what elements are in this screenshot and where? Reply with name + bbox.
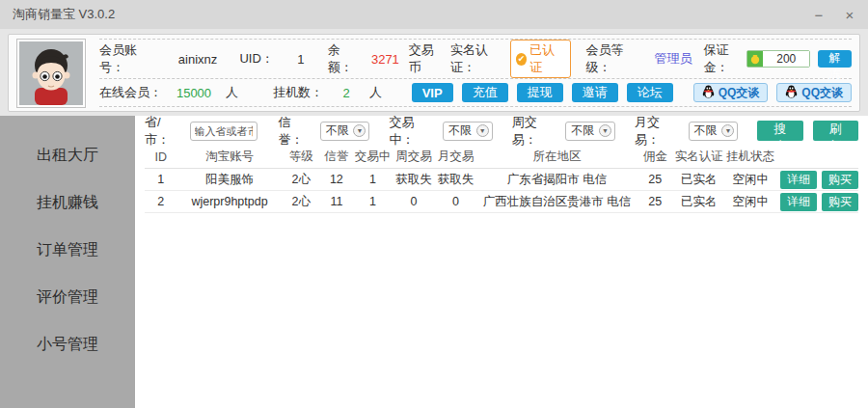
cell-commission: 25 xyxy=(637,173,674,186)
verified-badge: ✔ 已认证 xyxy=(510,40,571,78)
vip-button[interactable]: VIP xyxy=(412,83,453,102)
buy-button[interactable]: 购买 xyxy=(822,171,858,189)
level-label: 会员等级： xyxy=(586,41,643,76)
search-button[interactable]: 搜索 xyxy=(757,121,802,141)
minimize-icon[interactable]: − xyxy=(810,7,827,23)
table-row: 1 阳美服饰 2心 12 1 获取失 获取失 广东省揭阳市 电信 25 已实名 … xyxy=(145,169,858,191)
cell-level: 2心 xyxy=(282,172,320,188)
deposit-group xyxy=(746,50,810,68)
cell-verified: 已实名 xyxy=(673,194,724,210)
week-filter-label: 周交易： xyxy=(512,116,559,149)
sidebar-item-order-management[interactable]: 订单管理 xyxy=(0,226,135,273)
week-dropdown[interactable]: 不限 ▼ xyxy=(565,122,615,141)
app-window: 淘商销量宝 V3.0.2 − × xyxy=(0,0,868,408)
account-value: ainixnz xyxy=(156,52,240,67)
forum-button[interactable]: 论坛 xyxy=(627,83,673,102)
sidebar-item-hangup-earn[interactable]: 挂机赚钱 xyxy=(0,178,135,226)
cell-region: 广西壮族自治区贵港市 电信 xyxy=(476,194,637,210)
account-label: 会员账号： xyxy=(99,41,156,76)
cell-credit: 12 xyxy=(320,173,353,186)
month-filter-label: 月交易： xyxy=(635,116,682,149)
sidebar-item-rental-hall[interactable]: 出租大厅 xyxy=(0,131,135,178)
app-title: 淘商销量宝 V3.0.2 xyxy=(13,6,115,23)
cell-id: 1 xyxy=(145,173,177,186)
cell-trading: 1 xyxy=(353,173,393,186)
qq-chat-label: QQ交谈 xyxy=(719,85,760,101)
sidebar-item-review-management[interactable]: 评价管理 xyxy=(0,273,135,320)
cell-id: 2 xyxy=(145,195,177,208)
uid-label: UID： xyxy=(239,50,273,68)
chevron-down-icon: ▼ xyxy=(476,124,489,137)
detail-button[interactable]: 详细 xyxy=(780,171,817,189)
credit-filter-label: 信誉： xyxy=(279,116,314,149)
trading-filter-label: 交易中： xyxy=(389,116,436,149)
cell-trading: 1 xyxy=(353,195,393,208)
titlebar: 淘商销量宝 V3.0.2 − × xyxy=(0,0,868,29)
level-value: 管理员 xyxy=(642,50,703,68)
trading-dropdown[interactable]: 不限 ▼ xyxy=(443,122,493,141)
cell-status: 空闲中 xyxy=(725,172,776,188)
deposit-label: 保证金： xyxy=(704,41,744,76)
credit-dropdown[interactable]: 不限 ▼ xyxy=(320,122,370,141)
verify-label: 实名认证： xyxy=(450,41,506,76)
withdraw-button[interactable]: 提现 xyxy=(517,83,563,102)
sidebar: 出租大厅 挂机赚钱 订单管理 评价管理 小号管理 xyxy=(0,116,135,408)
unfreeze-button[interactable]: 解冻 xyxy=(818,50,852,68)
cell-commission: 25 xyxy=(637,195,674,208)
filter-bar: 省/市： 信誉： 不限 ▼ 交易中： 不限 ▼ 周交易： 不限 ▼ 月交易： xyxy=(135,116,868,146)
close-icon[interactable]: × xyxy=(841,7,858,23)
trading-dropdown-value: 不限 xyxy=(448,122,472,139)
buy-button[interactable]: 购买 xyxy=(822,193,858,211)
cell-account: 阳美服饰 xyxy=(177,172,283,188)
deposit-input[interactable] xyxy=(763,51,809,67)
col-header-level: 等级 xyxy=(282,149,320,165)
currency-label: 交易币 xyxy=(409,41,443,76)
col-header-id: ID xyxy=(145,150,177,164)
month-dropdown-value: 不限 xyxy=(694,122,718,139)
cell-month: 0 xyxy=(435,195,477,208)
cell-month: 获取失 xyxy=(435,172,477,188)
detail-button[interactable]: 详细 xyxy=(780,193,817,211)
money-icon xyxy=(747,51,763,67)
header-wrap: 会员账号： ainixnz UID： 1 余额： 3271 交易币 实名认证： … xyxy=(0,29,868,116)
online-members-value: 15000 xyxy=(162,86,226,100)
refresh-button[interactable]: 刷新 xyxy=(813,121,858,141)
balance-value: 3271 xyxy=(362,52,409,67)
hangup-count-value: 2 xyxy=(323,86,369,100)
cell-account: wjerpr9hptpdp xyxy=(177,195,283,208)
content-area: 省/市： 信誉： 不限 ▼ 交易中： 不限 ▼ 周交易： 不限 ▼ 月交易： xyxy=(135,116,868,408)
province-filter-label: 省/市： xyxy=(145,116,184,149)
col-header-region: 所在地区 xyxy=(476,149,637,165)
qq-penguin-icon xyxy=(702,85,715,101)
col-header-commission: 佣金 xyxy=(637,149,674,165)
cell-level: 2心 xyxy=(282,194,320,210)
credit-dropdown-value: 不限 xyxy=(326,122,349,139)
col-header-verified: 实名认证 xyxy=(673,149,724,165)
recharge-button[interactable]: 充值 xyxy=(462,83,508,102)
qq-penguin-icon xyxy=(785,85,798,101)
hangup-count-unit: 人 xyxy=(369,84,382,101)
accounts-table: ID 淘宝账号 等级 信誉 交易中 周交易 月交易 所在地区 佣金 实名认证 挂… xyxy=(135,146,868,213)
col-header-account: 淘宝账号 xyxy=(177,149,283,165)
cell-status: 空闲中 xyxy=(725,194,776,210)
cell-verified: 已实名 xyxy=(673,172,724,188)
chevron-down-icon: ▼ xyxy=(599,124,611,137)
avatar xyxy=(16,39,86,108)
sidebar-item-subaccount-management[interactable]: 小号管理 xyxy=(0,320,135,367)
online-members-label: 在线会员： xyxy=(99,84,162,101)
uid-value: 1 xyxy=(274,52,328,67)
verified-badge-label: 已认证 xyxy=(529,41,562,76)
invite-button[interactable]: 邀请 xyxy=(572,83,618,102)
hangup-count-label: 挂机数： xyxy=(273,84,323,101)
province-input[interactable] xyxy=(190,122,258,141)
qq-chat-button-1[interactable]: QQ交谈 xyxy=(693,83,769,102)
chevron-down-icon: ▼ xyxy=(353,124,366,137)
week-dropdown-value: 不限 xyxy=(571,122,594,139)
month-dropdown[interactable]: 不限 ▼ xyxy=(689,122,739,141)
cell-week: 0 xyxy=(393,195,435,208)
account-panel: 会员账号： ainixnz UID： 1 余额： 3271 交易币 实名认证： … xyxy=(8,34,860,112)
col-header-week: 周交易 xyxy=(393,149,435,165)
cell-week: 获取失 xyxy=(393,172,435,188)
qq-chat-button-2[interactable]: QQ交谈 xyxy=(776,83,852,102)
cell-credit: 11 xyxy=(320,195,353,208)
